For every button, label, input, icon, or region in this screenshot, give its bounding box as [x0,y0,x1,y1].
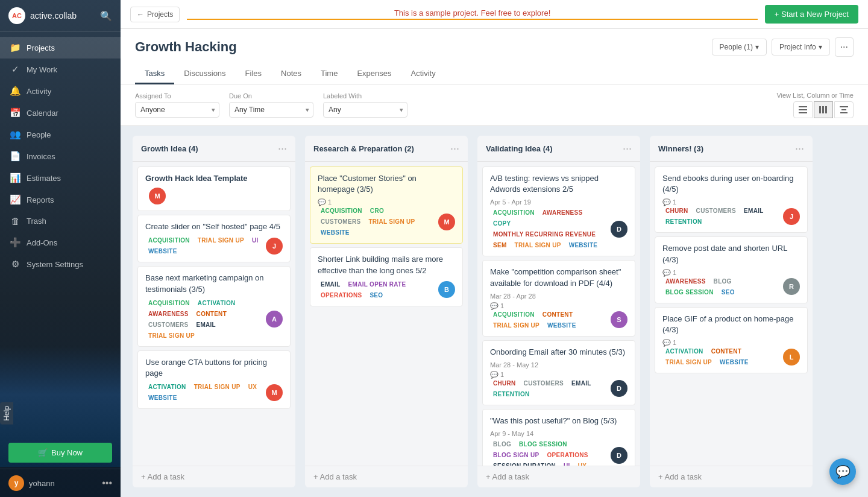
sidebar-item-calendar[interactable]: 📅Calendar [0,102,121,124]
back-button[interactable]: ← Projects [130,7,180,22]
tab-time[interactable]: Time [311,64,347,84]
tab-tasks[interactable]: Tasks [135,64,174,84]
invoices-icon: 📄 [10,151,20,162]
card-meta: ACQUISITIONAWARENESSCOPYMONTHLY RECURRIN… [490,208,627,250]
time-view-button[interactable] [834,101,854,118]
tab-activity[interactable]: Activity [401,64,445,84]
tag: MONTHLY RECURRING REVENUE [490,230,599,239]
column-title: Winners! (3) [658,144,703,153]
people-label: People (1) [720,43,753,51]
card-comment: 💬 1 [662,339,800,347]
sidebar-item-my-work[interactable]: ✓My Work [0,59,121,80]
task-card[interactable]: Remove post date and shorten URL (4/3)💬 … [655,236,808,303]
avatar: L [783,349,800,366]
tab-expenses[interactable]: Expenses [347,64,401,84]
task-card[interactable]: Base next marketing campaign on testimon… [137,266,291,346]
tag: CUSTOMERS [145,320,191,329]
people-button[interactable]: People (1) ▾ [712,39,767,55]
card-date: Apr 5 - Apr 19 [490,198,627,206]
tab-files[interactable]: Files [236,64,271,84]
column-more-icon[interactable]: ··· [450,143,459,154]
sidebar-item-system-settings[interactable]: ⚙System Settings [0,253,121,275]
sidebar-header: AC active.collab 🔍 [0,0,121,32]
add-task-button[interactable]: + Add a task [305,466,468,487]
task-card[interactable]: Place "Customer Stories" on homepage (3/… [310,166,463,244]
help-tab[interactable]: Help [0,402,13,425]
tag: AWARENESS [539,208,586,217]
sidebar-item-reports[interactable]: 📈Reports [0,189,121,211]
buy-now-button[interactable]: 🛒 Buy Now [8,443,112,463]
reports-icon: 📈 [10,194,20,205]
task-card[interactable]: Growth Hack Idea TemplateM [137,166,291,211]
column-title: Growth Idea (4) [141,144,198,153]
column-more-icon[interactable]: ··· [623,143,632,154]
card-title: Send ebooks during user on-boarding (4/5… [662,173,800,195]
assigned-to-select[interactable]: Anyone [135,102,219,118]
card-comment: 💬 1 [490,302,627,310]
column-winners: Winners! (3) ··· Send ebooks during user… [650,136,813,487]
card-title: Shorter Link building mails are more eff… [318,254,455,276]
tab-discussions[interactable]: Discussions [174,64,235,84]
sidebar-item-invoices[interactable]: 📄Invoices [0,145,121,167]
board: Growth Idea (4) ··· Growth Hack Idea Tem… [121,126,868,497]
svg-rect-0 [799,106,807,107]
sidebar-item-people[interactable]: 👥People [0,124,121,145]
card-tags: ACQUISITIONCROCUSTOMERSTRIAL SIGN UPWEBS… [318,206,435,237]
task-card[interactable]: Make "competition comparison sheet" avai… [482,260,635,336]
labeled-with-select[interactable]: Any [323,102,407,118]
tag: WEBSITE [318,228,353,237]
card-tags: BLOGBLOG SESSIONBLOG SIGN UPOPERATIONSSE… [490,440,607,466]
card-comment: 💬 1 [490,371,627,379]
task-card[interactable]: Place GIF of a product on home-page (4/3… [655,307,808,373]
main-content: ← Projects This is a sample project. Fee… [121,0,868,497]
tag: CRO [367,206,387,215]
column-header: Winners! (3) ··· [650,136,813,162]
column-more-icon[interactable]: ··· [278,143,287,154]
task-card[interactable]: A/B testing: reviews vs snipped Adwords … [482,166,635,256]
card-meta: EMAILEMAIL OPEN RATEOPERATIONSSEOB [318,280,455,300]
card-meta: ACQUISITIONACTIVATIONAWARENESSCONTENTCUS… [145,299,283,340]
add-task-button[interactable]: + Add a task [133,466,295,487]
chat-bubble[interactable]: 💬 [829,458,856,485]
projects-icon: 📁 [10,42,20,53]
more-options-button[interactable]: ··· [835,37,854,57]
due-on-select[interactable]: Any Time [229,102,313,118]
start-project-button[interactable]: + Start a New Project [765,5,858,24]
sidebar-item-estimates[interactable]: 📊Estimates [0,167,121,189]
project-info-button[interactable]: Project Info ▾ [772,39,830,55]
task-card[interactable]: Onbording Email after 30 minutes (5/3)Ma… [482,340,635,405]
card-title: Remove post date and shorten URL (4/3) [662,243,800,265]
tag: RETENTION [662,217,705,226]
card-tags: ACTIVATIONTRIAL SIGN UPUXWEBSITE [145,382,262,402]
buy-now-label: Buy Now [51,448,83,457]
system-settings-icon: ⚙ [10,259,20,270]
svg-rect-1 [799,109,807,110]
card-title: Place GIF of a product on home-page (4/3… [662,314,800,335]
sidebar-item-addons[interactable]: ➕Add-Ons [0,232,121,253]
avatar: M [266,384,283,401]
tag: ACQUISITION [145,236,193,245]
labeled-with-label: Labeled With [323,92,407,100]
user-menu-icon[interactable]: ••• [102,478,112,489]
task-card[interactable]: Shorter Link building mails are more eff… [310,247,463,306]
task-card[interactable]: Create slider on "Self hosted" page 4/5A… [137,215,291,262]
list-view-button[interactable] [793,101,813,118]
sidebar-item-activity[interactable]: 🔔Activity [0,80,121,102]
task-card[interactable]: "Was this post useful?" on Blog (5/3)Apr… [482,409,635,466]
sidebar-item-projects[interactable]: 📁Projects [0,37,121,59]
tag: CONTENT [193,309,230,318]
search-icon[interactable]: 🔍 [100,10,112,22]
column-more-icon[interactable]: ··· [795,143,804,154]
tab-notes[interactable]: Notes [271,64,311,84]
card-date: Mar 28 - Apr 28 [490,293,627,300]
task-card[interactable]: Use orange CTA buttons for pricing pageA… [137,350,291,409]
task-card[interactable]: Send ebooks during user on-boarding (4/5… [655,166,808,233]
add-task-button[interactable]: + Add a task [477,466,640,487]
add-task-button[interactable]: + Add a task [650,466,813,487]
sidebar-item-trash[interactable]: 🗑Trash [0,211,121,232]
tag: ACQUISITION [318,206,365,215]
tag: WEBSITE [145,247,180,256]
buy-now-icon: 🛒 [38,448,48,457]
column-view-button[interactable] [814,101,833,118]
tag: CUSTOMERS [693,206,739,215]
